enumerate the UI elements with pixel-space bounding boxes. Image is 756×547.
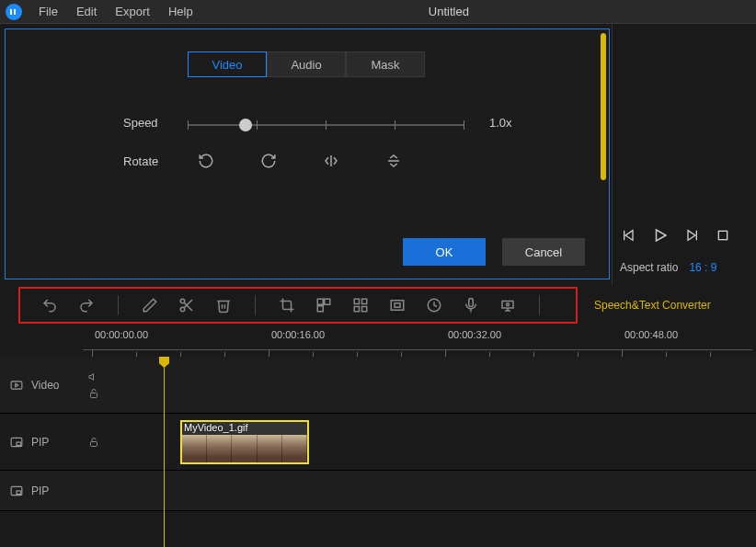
timeline-tracks: Video PIP MyVideo_1.gif PIP: [0, 357, 756, 511]
mute-icon[interactable]: [88, 371, 99, 382]
rotate-label: Rotate: [123, 154, 188, 168]
svg-point-11: [180, 307, 185, 312]
svg-marker-7: [688, 231, 695, 241]
svg-marker-6: [657, 230, 667, 241]
ruler-mark: 00:00:48.00: [624, 329, 678, 340]
delete-trash-icon[interactable]: [214, 296, 233, 314]
svg-rect-26: [469, 299, 474, 307]
clock-speed-icon[interactable]: [425, 296, 443, 314]
svg-rect-35: [91, 393, 97, 397]
properties-panel: Video Audio Mask Speed 1.0x Rotate: [5, 28, 610, 279]
undo-icon[interactable]: [40, 296, 59, 314]
pip-track-icon: [9, 436, 24, 449]
cut-scissors-icon[interactable]: [178, 296, 196, 314]
next-frame-icon[interactable]: [682, 226, 701, 245]
timeline-toolbar: [18, 287, 578, 324]
timeline-clip[interactable]: MyVideo_1.gif: [180, 420, 309, 464]
speed-slider[interactable]: [188, 124, 464, 126]
svg-rect-1: [14, 9, 16, 15]
separator: [539, 295, 540, 315]
svg-rect-20: [362, 299, 367, 303]
freeze-frame-icon[interactable]: [498, 296, 517, 314]
svg-rect-17: [325, 299, 330, 304]
svg-point-29: [507, 303, 510, 306]
tab-mask[interactable]: Mask: [346, 51, 425, 77]
ruler-mark: 00:00:32.00: [448, 329, 501, 340]
edit-pencil-icon[interactable]: [141, 296, 159, 314]
flip-horizontal-icon[interactable]: [322, 152, 340, 170]
svg-rect-24: [395, 303, 400, 308]
grid-icon[interactable]: [351, 296, 370, 314]
preview-panel: Aspect ratio 16 : 9: [612, 24, 756, 285]
crop-icon[interactable]: [278, 296, 296, 314]
mosaic-icon[interactable]: [315, 296, 333, 314]
aspect-ratio-value[interactable]: 16 : 9: [689, 261, 716, 274]
svg-marker-4: [625, 231, 633, 241]
tab-video[interactable]: Video: [188, 51, 267, 77]
mic-voice-icon[interactable]: [462, 296, 480, 314]
speed-label: Speed: [123, 116, 188, 130]
track-label: PIP: [31, 484, 49, 497]
svg-rect-16: [317, 299, 323, 304]
ruler-mark: 00:00:16.00: [271, 329, 325, 340]
svg-rect-0: [10, 9, 12, 15]
lock-icon[interactable]: [88, 437, 99, 448]
rotate-cw-icon[interactable]: [259, 152, 278, 170]
svg-rect-28: [502, 302, 513, 309]
svg-point-10: [180, 299, 185, 303]
cancel-button[interactable]: Cancel: [502, 238, 585, 266]
svg-rect-18: [317, 306, 323, 312]
menu-export[interactable]: Export: [106, 5, 159, 18]
rotate-ccw-icon[interactable]: [197, 152, 215, 170]
ruler-mark: 00:00:00.00: [95, 329, 148, 340]
track-video: Video: [0, 357, 756, 414]
clip-name: MyVideo_1.gif: [184, 422, 248, 433]
speed-value: 1.0x: [489, 116, 512, 130]
svg-rect-40: [17, 491, 21, 495]
stop-icon[interactable]: [714, 226, 732, 245]
separator: [255, 295, 256, 315]
timeline-ruler[interactable]: 00:00:00.00 00:00:16.00 00:00:32.00 00:0…: [0, 325, 756, 357]
speech-text-converter-link[interactable]: Speech&Text Converter: [594, 299, 711, 312]
ok-button[interactable]: OK: [403, 238, 486, 266]
svg-rect-22: [362, 307, 367, 312]
svg-marker-34: [89, 373, 94, 380]
svg-rect-37: [17, 442, 21, 446]
track-pip-1: PIP MyVideo_1.gif: [0, 414, 756, 471]
video-track-icon: [9, 379, 24, 392]
track-label: Video: [31, 379, 59, 392]
scrollbar[interactable]: [601, 33, 606, 180]
track-label: PIP: [31, 436, 49, 449]
flip-vertical-icon[interactable]: [384, 152, 403, 170]
tab-audio[interactable]: Audio: [267, 51, 346, 77]
svg-rect-19: [354, 299, 359, 303]
app-logo-icon: [6, 4, 22, 20]
project-title: Untitled: [202, 5, 750, 18]
svg-rect-9: [718, 231, 727, 239]
track-pip-2: PIP: [0, 471, 756, 511]
menu-bar: File Edit Export Help Untitled: [0, 0, 756, 24]
svg-rect-38: [91, 441, 97, 446]
menu-help[interactable]: Help: [159, 5, 202, 18]
pip-track-icon: [9, 484, 24, 497]
svg-rect-32: [11, 381, 22, 388]
play-icon[interactable]: [651, 226, 670, 245]
svg-marker-33: [16, 383, 18, 387]
prev-frame-icon[interactable]: [620, 226, 638, 245]
aspect-ratio-label: Aspect ratio: [620, 261, 678, 274]
lock-icon[interactable]: [88, 388, 99, 399]
menu-edit[interactable]: Edit: [67, 5, 106, 18]
menu-file[interactable]: File: [29, 5, 67, 18]
frame-icon[interactable]: [388, 296, 407, 314]
svg-rect-23: [391, 301, 404, 311]
svg-rect-21: [354, 307, 359, 312]
redo-icon[interactable]: [77, 296, 96, 314]
separator: [118, 295, 119, 315]
